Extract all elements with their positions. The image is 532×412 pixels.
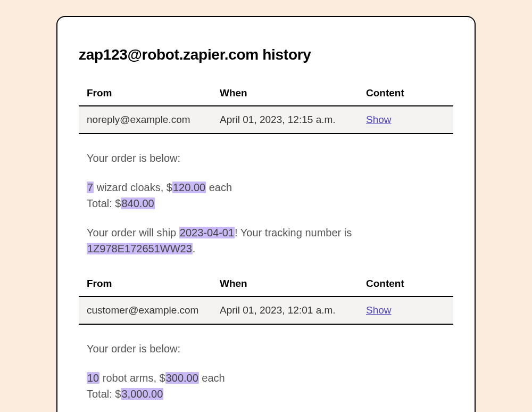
body-shipping: Your order will ship 2023-04-01! Your tr…	[87, 225, 445, 257]
text-segment: each	[206, 182, 232, 193]
show-link[interactable]: Show	[366, 114, 392, 125]
highlight-qty: 7	[87, 182, 94, 193]
cell-content: Show	[366, 114, 445, 126]
body-line-item: 10 robot arms, $300.00 each	[87, 370, 445, 386]
col-header-when: When	[220, 278, 366, 290]
text-segment: robot arms, $	[99, 372, 165, 384]
page-title: zap123@robot.zapier.com history	[79, 46, 453, 63]
text-segment: each	[199, 372, 225, 384]
col-header-content: Content	[366, 278, 445, 290]
email-body: Your order is below: 10 robot arms, $300…	[79, 325, 453, 412]
highlight-total: 3,000.00	[121, 388, 163, 400]
body-total: Total: $840.00	[87, 195, 445, 211]
col-header-from: From	[87, 278, 220, 290]
table-row: customer@example.com April 01, 2023, 12:…	[79, 297, 453, 325]
text-segment: ! Your tracking number is	[235, 227, 352, 238]
text-segment: Total: $	[87, 197, 121, 209]
highlight-date: 2023-04-01	[179, 227, 235, 238]
body-total: Total: $3,000.00	[87, 386, 445, 402]
table-header-row: From When Content	[79, 278, 453, 297]
highlight-total: 840.00	[121, 197, 154, 209]
highlight-qty: 10	[87, 372, 99, 384]
body-intro: Your order is below:	[87, 341, 445, 357]
body-line-item: 7 wizard cloaks, $120.00 each	[87, 179, 445, 195]
cell-content: Show	[366, 304, 445, 316]
highlight-tracking: 1Z978E172651WW23	[87, 243, 193, 254]
text-segment: .	[193, 243, 196, 254]
table-row: noreply@example.com April 01, 2023, 12:1…	[79, 106, 453, 134]
table-header-row: From When Content	[79, 87, 453, 106]
cell-from: customer@example.com	[87, 304, 220, 316]
highlight-price: 300.00	[165, 372, 199, 384]
email-body: Your order is below: 7 wizard cloaks, $1…	[79, 134, 453, 278]
cell-from: noreply@example.com	[87, 114, 220, 126]
highlight-price: 120.00	[172, 182, 206, 193]
text-segment: Your order will ship	[87, 227, 179, 238]
cell-when: April 01, 2023, 12:01 a.m.	[220, 304, 366, 316]
history-card: zap123@robot.zapier.com history From Whe…	[56, 16, 476, 412]
cell-when: April 01, 2023, 12:15 a.m.	[220, 114, 366, 126]
col-header-from: From	[87, 87, 220, 99]
show-link[interactable]: Show	[366, 304, 392, 316]
text-segment: wizard cloaks, $	[94, 182, 172, 193]
text-segment: Total: $	[87, 388, 121, 400]
col-header-content: Content	[366, 87, 445, 99]
col-header-when: When	[220, 87, 366, 99]
body-intro: Your order is below:	[87, 150, 445, 166]
